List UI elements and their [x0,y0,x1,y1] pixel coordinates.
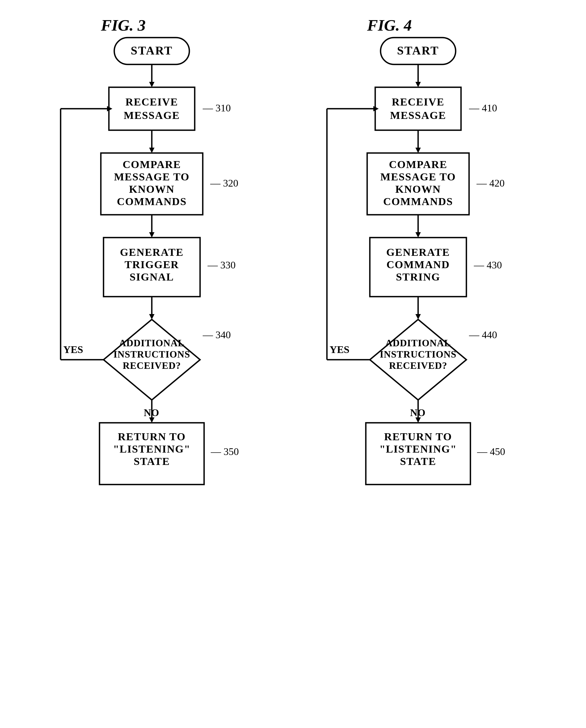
svg-marker-17 [149,232,155,237]
svg-text:RECEIVED?: RECEIVED? [389,360,447,371]
svg-rect-47 [375,87,461,130]
svg-text:— 440: — 440 [469,329,497,341]
svg-text:ADDITIONAL: ADDITIONAL [385,338,451,348]
svg-text:STATE: STATE [134,455,170,467]
page: FIG. 3 START RECEIVE MESSAGE — 310 [0,0,586,728]
svg-text:STRING: STRING [396,271,440,283]
svg-marker-74 [416,418,421,423]
svg-text:COMPARE: COMPARE [123,158,181,171]
svg-text:— 350: — 350 [211,446,239,457]
diagrams-row: FIG. 3 START RECEIVE MESSAGE — 310 [0,0,586,701]
svg-text:COMMANDS: COMMANDS [383,195,453,207]
svg-text:"LISTENING": "LISTENING" [113,443,191,455]
svg-text:INSTRUCTIONS: INSTRUCTIONS [113,349,190,360]
svg-text:COMMAND: COMMAND [387,258,450,271]
svg-text:NO: NO [410,407,425,418]
svg-rect-4 [109,87,195,130]
svg-text:— 430: — 430 [474,259,502,271]
svg-text:MESSAGE: MESSAGE [390,109,446,121]
svg-text:YES: YES [63,344,83,355]
svg-text:ADDITIONAL: ADDITIONAL [119,338,185,348]
svg-text:RECEIVE: RECEIVE [392,96,444,108]
svg-text:START: START [131,44,173,57]
svg-text:RECEIVED?: RECEIVED? [123,360,181,371]
svg-text:— 330: — 330 [207,259,236,271]
svg-text:COMPARE: COMPARE [389,158,447,171]
svg-marker-46 [416,82,421,87]
fig4-svg: START RECEIVE MESSAGE — 410 COMPARE MESS… [305,16,547,701]
svg-text:COMMANDS: COMMANDS [117,195,187,207]
svg-text:— 420: — 420 [476,177,505,189]
svg-text:KNOWN: KNOWN [129,183,175,195]
svg-text:SIGNAL: SIGNAL [130,271,174,283]
svg-text:— 450: — 450 [477,446,505,457]
svg-marker-60 [416,232,421,237]
svg-text:"LISTENING": "LISTENING" [379,443,457,455]
svg-text:— 340: — 340 [203,329,231,341]
svg-text:MESSAGE TO: MESSAGE TO [380,171,456,183]
svg-text:— 320: — 320 [210,177,238,189]
svg-text:RECEIVE: RECEIVE [126,96,178,108]
svg-text:GENERATE: GENERATE [386,246,450,258]
figure-4: FIG. 4 START RECEIVE MESSAGE — 410 COMPA [305,16,547,701]
svg-marker-3 [149,82,155,87]
svg-text:STATE: STATE [400,455,436,467]
svg-text:INSTRUCTIONS: INSTRUCTIONS [380,349,456,360]
fig3-svg: START RECEIVE MESSAGE — 310 COMPARE MESS… [39,16,281,701]
svg-text:— 310: — 310 [203,102,231,114]
svg-text:MESSAGE TO: MESSAGE TO [114,171,190,183]
svg-marker-31 [149,418,155,423]
svg-marker-52 [416,148,421,153]
svg-text:RETURN TO: RETURN TO [118,431,186,443]
svg-text:START: START [397,44,439,57]
svg-text:GENERATE: GENERATE [120,246,184,258]
svg-marker-68 [370,320,467,400]
svg-text:TRIGGER: TRIGGER [125,258,179,271]
svg-text:MESSAGE: MESSAGE [124,109,180,121]
figure-3: FIG. 3 START RECEIVE MESSAGE — 310 [39,16,281,701]
svg-text:— 410: — 410 [469,102,497,114]
svg-marker-25 [104,320,200,400]
svg-text:RETURN TO: RETURN TO [384,431,452,443]
svg-marker-9 [149,148,155,153]
svg-text:YES: YES [329,344,349,355]
svg-text:NO: NO [144,407,159,418]
svg-text:KNOWN: KNOWN [395,183,441,195]
